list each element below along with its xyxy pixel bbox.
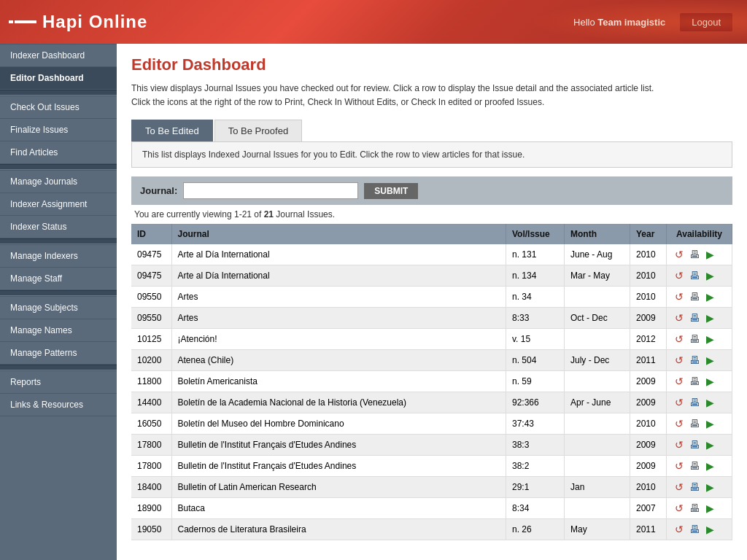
cell-id: 17800 — [131, 456, 171, 477]
undo-icon[interactable]: ↺ — [673, 481, 686, 494]
cell-journal: Arte al Día International — [171, 244, 506, 265]
table-row[interactable]: 18400 Bulletin of Latin American Researc… — [131, 477, 732, 498]
undo-icon[interactable]: ↺ — [673, 290, 686, 303]
tab-to-be-proofed[interactable]: To Be Proofed — [214, 120, 302, 141]
sidebar-item-manage-indexers[interactable]: Manage Indexers — [0, 245, 117, 268]
print-icon[interactable]: 🖶 — [688, 269, 701, 282]
checkin-icon[interactable]: ▶ — [703, 417, 716, 430]
checkin-icon[interactable]: ▶ — [703, 269, 716, 282]
print-icon[interactable]: 🖶 — [688, 481, 701, 494]
print-icon[interactable]: 🖶 — [688, 332, 701, 346]
undo-icon[interactable]: ↺ — [673, 248, 686, 261]
undo-icon[interactable]: ↺ — [673, 438, 686, 451]
undo-icon[interactable]: ↺ — [673, 459, 686, 472]
sidebar-item-checkout-issues[interactable]: Check Out Issues — [0, 96, 117, 119]
print-icon[interactable]: 🖶 — [688, 354, 701, 367]
table-row[interactable]: 09475 Arte al Día International n. 131 J… — [131, 244, 732, 265]
table-row[interactable]: 10125 ¡Atención! v. 15 2012 ↺ 🖶 ▶ — [131, 329, 732, 350]
cell-id: 18900 — [131, 498, 171, 519]
sidebar-item-editor-dashboard[interactable]: Editor Dashboard — [0, 67, 117, 90]
table-row[interactable]: 18900 Butaca 8:34 2007 ↺ 🖶 ▶ — [131, 498, 732, 519]
checkin-icon[interactable]: ▶ — [703, 438, 716, 451]
print-icon[interactable]: 🖶 — [688, 290, 701, 303]
checkin-icon[interactable]: ▶ — [703, 523, 716, 536]
undo-icon[interactable]: ↺ — [673, 269, 686, 282]
print-icon[interactable]: 🖶 — [688, 311, 701, 324]
print-icon[interactable]: 🖶 — [688, 438, 701, 451]
logout-button[interactable]: Logout — [680, 13, 732, 31]
checkin-icon[interactable]: ▶ — [703, 396, 716, 409]
cell-year: 2010 — [630, 244, 667, 265]
print-icon[interactable]: 🖶 — [688, 459, 701, 472]
checkin-icon[interactable]: ▶ — [703, 375, 716, 388]
checkin-icon[interactable]: ▶ — [703, 481, 716, 494]
sidebar-item-manage-names[interactable]: Manage Names — [0, 319, 117, 342]
print-icon[interactable]: 🖶 — [688, 523, 701, 536]
sidebar-item-reports[interactable]: Reports — [0, 371, 117, 394]
sidebar-item-indexer-status[interactable]: Indexer Status — [0, 216, 117, 238]
table-row[interactable]: 11800 Boletín Americanista n. 59 2009 ↺ … — [131, 371, 732, 392]
cell-vol: 38:2 — [506, 456, 565, 477]
print-icon[interactable]: 🖶 — [688, 396, 701, 409]
table-row[interactable]: 17800 Bulletin de l'Institut Français d'… — [131, 456, 732, 477]
cell-year: 2010 — [630, 287, 667, 308]
sidebar-item-indexer-assignment[interactable]: Indexer Assignment — [0, 193, 117, 216]
undo-icon[interactable]: ↺ — [673, 523, 686, 536]
submit-button[interactable]: SUBMIT — [364, 183, 418, 199]
sidebar-item-manage-journals[interactable]: Manage Journals — [0, 171, 117, 193]
checkin-icon[interactable]: ▶ — [703, 354, 716, 367]
cell-year: 2009 — [630, 308, 667, 329]
print-icon[interactable]: 🖶 — [688, 248, 701, 261]
sidebar-item-find-articles[interactable]: Find Articles — [0, 141, 117, 164]
cell-month — [565, 287, 630, 308]
table-row[interactable]: 17800 Bulletin de l'Institut Français d'… — [131, 435, 732, 456]
sidebar-item-finalize-issues[interactable]: Finalize Issues — [0, 119, 117, 141]
journal-filter-input[interactable] — [183, 182, 358, 199]
cell-id: 09475 — [131, 244, 171, 265]
sidebar-item-manage-staff[interactable]: Manage Staff — [0, 268, 117, 290]
undo-icon[interactable]: ↺ — [673, 354, 686, 367]
sidebar-item-indexer-dashboard[interactable]: Indexer Dashboard — [0, 44, 117, 67]
checkin-icon[interactable]: ▶ — [703, 248, 716, 261]
cell-id: 11800 — [131, 371, 171, 392]
undo-icon[interactable]: ↺ — [673, 332, 686, 346]
checkin-icon[interactable]: ▶ — [703, 290, 716, 303]
sidebar-item-manage-patterns[interactable]: Manage Patterns — [0, 342, 117, 365]
table-row[interactable]: 09475 Arte al Día International n. 134 M… — [131, 265, 732, 287]
table-row[interactable]: 14400 Boletín de la Academia Nacional de… — [131, 392, 732, 413]
print-icon[interactable]: 🖶 — [688, 375, 701, 388]
cell-vol: 8:33 — [506, 308, 565, 329]
table-row[interactable]: 10200 Atenea (Chile) n. 504 July - Dec 2… — [131, 350, 732, 371]
cell-id: 09550 — [131, 287, 171, 308]
table-header: ID Journal Vol/Issue Month Year Availabi… — [131, 224, 732, 244]
table-row[interactable]: 09550 Artes 8:33 Oct - Dec 2009 ↺ 🖶 ▶ — [131, 308, 732, 329]
undo-icon[interactable]: ↺ — [673, 396, 686, 409]
cell-journal: Cadernos de Literatura Brasileira — [171, 519, 506, 540]
checkin-icon[interactable]: ▶ — [703, 502, 716, 515]
table-row[interactable]: 19050 Cadernos de Literatura Brasileira … — [131, 519, 732, 540]
cell-month — [565, 413, 630, 435]
undo-icon[interactable]: ↺ — [673, 417, 686, 430]
cell-vol: n. 504 — [506, 350, 565, 371]
checkin-icon[interactable]: ▶ — [703, 459, 716, 472]
layout: Indexer Dashboard Editor Dashboard Check… — [0, 44, 747, 560]
cell-month: Oct - Dec — [565, 308, 630, 329]
print-icon[interactable]: 🖶 — [688, 502, 701, 515]
sidebar-item-manage-subjects[interactable]: Manage Subjects — [0, 297, 117, 319]
cell-month: Apr - June — [565, 392, 630, 413]
checkin-icon[interactable]: ▶ — [703, 332, 716, 346]
print-icon[interactable]: 🖶 — [688, 417, 701, 430]
logo-dash-icon — [15, 20, 36, 23]
checkin-icon[interactable]: ▶ — [703, 311, 716, 324]
sidebar-item-links-resources[interactable]: Links & Resources — [0, 394, 117, 416]
tab-to-be-edited[interactable]: To Be Edited — [131, 120, 213, 141]
cell-journal: Artes — [171, 308, 506, 329]
undo-icon[interactable]: ↺ — [673, 311, 686, 324]
table-row[interactable]: 16050 Boletín del Museo del Hombre Domin… — [131, 413, 732, 435]
cell-month: May — [565, 519, 630, 540]
cell-journal: Arte al Día International — [171, 265, 506, 287]
undo-icon[interactable]: ↺ — [673, 375, 686, 388]
undo-icon[interactable]: ↺ — [673, 502, 686, 515]
sidebar-section-manage-metadata: Manage Subjects Manage Names Manage Patt… — [0, 296, 117, 365]
table-row[interactable]: 09550 Artes n. 34 2010 ↺ 🖶 ▶ — [131, 287, 732, 308]
